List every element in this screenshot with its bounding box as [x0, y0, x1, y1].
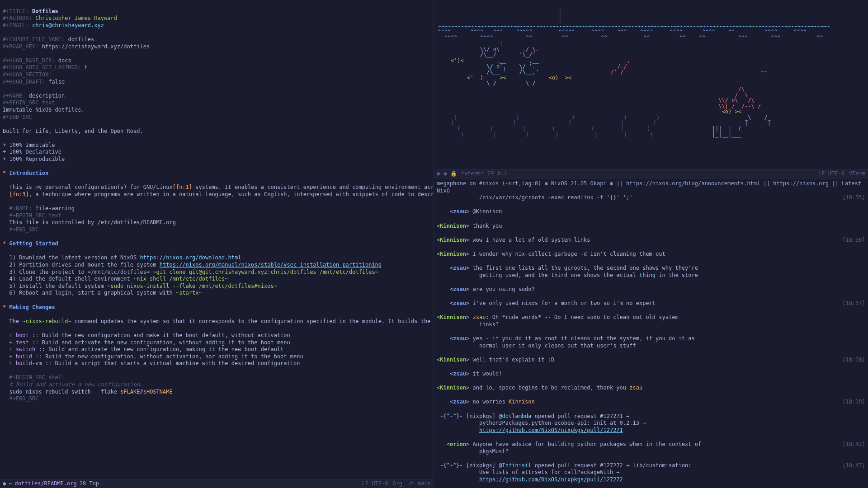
link[interactable]: https://nixos.org/download.html [140, 254, 241, 261]
link[interactable]: https://nixos.org/manual/nixos/stable/#s… [160, 262, 382, 268]
irc-nick[interactable]: Kinnison [440, 223, 466, 229]
irc-nick[interactable]: Kinnison [440, 237, 466, 243]
feature-item: + 100% Reproducible [3, 156, 65, 162]
org-keyword: #+EXPORT_FILE_NAME: [3, 36, 65, 42]
editor-pane-left: #+TITLE: Dotfiles #+AUTHOR: Christopher … [0, 0, 434, 488]
irc-nick[interactable]: Kinnison [440, 385, 466, 391]
org-star: * [3, 170, 6, 176]
buffer-position: 29 All [487, 170, 507, 178]
org-begin-src: #+BEGIN_SRC text [3, 99, 55, 106]
vcs-branch[interactable]: main [418, 480, 431, 488]
modeline-vterm[interactable]: ● ● 🔒 *vterm* 29 All LF UTF-8 VTerm [434, 169, 868, 178]
irc-log[interactable]: megaphone on #nixos (+nrt,lag:0) ✽ NixOS… [434, 178, 868, 488]
irc-nick[interactable]: zsau [453, 335, 466, 342]
irc-nick[interactable]: zsau [453, 300, 466, 306]
org-keyword: #+TITLE: [3, 8, 29, 14]
org-keyword: #+ROAM_KEY: [3, 43, 38, 50]
org-keyword: #+AUTHOR: [3, 15, 32, 21]
org-heading[interactable]: Making Changes [9, 304, 55, 310]
major-mode[interactable]: Org [392, 480, 402, 488]
org-end-src: #+END_SRC [3, 114, 32, 120]
org-title: Dotfiles [32, 8, 58, 14]
tagline: Built for Life, Liberty, and the Open Ro… [3, 128, 143, 134]
irc-nick[interactable]: Kinnison [440, 357, 466, 363]
org-heading[interactable]: Getting Started [9, 240, 58, 247]
shell-comment: # Build and activate a new configuration… [9, 381, 143, 388]
org-keyword: #+HUGO_SECTION: [3, 71, 52, 78]
dot-icon: ● [443, 170, 447, 178]
feature-item: + 100% Declarative [3, 149, 61, 155]
org-email: chris@chrishayward.xyz [32, 22, 104, 28]
encoding: LF UTF-8 [362, 480, 388, 488]
footnote[interactable]: [fn:1] [173, 184, 192, 190]
dot-icon: ● [437, 170, 440, 178]
org-keyword: #+HUGO_DRAFT: [3, 79, 45, 85]
org-name-keyword: #+NAME: [3, 93, 26, 99]
irc-nick[interactable]: Kinnison [440, 314, 466, 320]
buffer-modified-icon: ● [3, 480, 6, 488]
buffer-position: 28 Top [80, 480, 99, 488]
vcs-icon: ⎇ [407, 480, 413, 488]
asciiquarium: | | | ~~~~~~~~~~~~~~~~~~~~~~~~~~~~~~~~~~… [434, 0, 868, 144]
erc-pane[interactable]: megaphone on #nixos (+nrt,lag:0) ✽ NixOS… [434, 178, 868, 488]
org-buffer[interactable]: #+TITLE: Dotfiles #+AUTHOR: Christopher … [0, 0, 434, 410]
irc-nick[interactable]: orion [450, 441, 466, 447]
modeline-left[interactable]: ● ← dotfiles/README.org 28 Top LF UTF-8 … [0, 479, 434, 488]
link[interactable]: https://github.com/NixOS/nixpkgs/pull/12… [479, 427, 623, 433]
link[interactable]: https://github.com/NixOS/nixpkgs/pull/12… [479, 476, 623, 483]
org-author: Christopher James Hayward [35, 15, 117, 21]
irc-nick[interactable]: zsau [453, 399, 466, 405]
right-column: | | | ~~~~~~~~~~~~~~~~~~~~~~~~~~~~~~~~~~… [434, 0, 868, 488]
org-keyword: #+HUGO_BASE_DIR: [3, 57, 55, 64]
irc-nick[interactable]: zsau [453, 208, 466, 215]
encoding: LF UTF-8 [818, 170, 844, 178]
vterm-pane[interactable]: | | | ~~~~~~~~~~~~~~~~~~~~~~~~~~~~~~~~~~… [434, 0, 868, 178]
lock-icon: 🔒 [450, 170, 457, 178]
irc-nick[interactable]: zsau [453, 371, 466, 377]
major-mode[interactable]: VTerm [849, 170, 865, 178]
irc-nick[interactable]: zsau [453, 286, 466, 292]
org-keyword: #+EMAIL: [3, 22, 29, 28]
org-keyword: #+HUGO_AUTO_SET_LASTMOD: [3, 64, 81, 70]
org-heading[interactable]: Introduction [9, 170, 48, 176]
feature-item: + 100% Immutable [3, 142, 55, 148]
buffer-name[interactable]: *vterm* [461, 170, 484, 178]
back-icon[interactable]: ← [9, 480, 12, 488]
irc-nick[interactable]: zsau [453, 265, 466, 271]
irc-nick[interactable]: Kinnison [440, 251, 466, 257]
buffer-name[interactable]: dotfiles/README.org [14, 480, 76, 488]
org-name-keyword: #+NAME: [9, 205, 32, 211]
channel-topic: megaphone on #nixos (+nrt,lag:0) ✽ NixOS… [437, 180, 864, 194]
footnote[interactable]: [fn:3] [9, 191, 28, 197]
src-body: Immutable NixOS dotfiles. [3, 107, 85, 113]
